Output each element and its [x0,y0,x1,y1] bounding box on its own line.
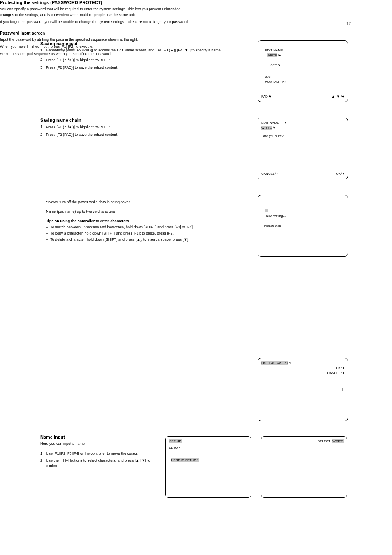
screen-nav: PAD [261,95,268,98]
colon-icon [65,125,67,129]
step-number: 1 [40,48,46,53]
step-number: 3 [40,65,46,70]
screen-setup: SET UP SETUP HERE IS SETUP 1 [165,436,251,498]
step-text-pre: Press [F1 ( [46,58,64,62]
step-text: Repeatedly press [F2 (PAD)] to access th… [46,48,246,53]
screen-menu-highlight: WRITE [261,126,272,130]
heading-saving-name-pad: Saving name pad [40,41,246,46]
step-text: Press [F1 ( )] to highlight "WRITE." [46,57,246,63]
square-icon [265,209,268,212]
screen-status: Now writing... [266,214,286,218]
screen-nav: CANCEL [261,172,274,176]
screen-value: Rock Drum Kit [265,80,286,84]
screen-value: 001: [265,75,272,79]
screen-title: EDIT NAME [261,121,279,125]
section-saving-name-pad: Saving name pad 1 Repeatedly press [F2 (… [40,41,246,70]
screen-menu: OK [336,366,341,370]
screen-menu: SET [270,63,277,67]
enter-icon [268,94,271,99]
tips-item: To delete a character, hold down [SHIFT]… [46,237,246,242]
step-text: Press [F1 ( )] to highlight "WRITE." [46,124,246,130]
heading-password-input: Password input screen [0,31,189,35]
section-name-input: Name input Here you can input a name. 1 … [40,434,155,469]
enter-icon [341,94,344,99]
enter-icon [277,63,280,68]
step-text: Use the [+] [–] buttons to select charac… [46,458,155,469]
password-dots: . . . . . . . . | [261,387,344,392]
enter-icon [283,121,286,125]
tips-intro: * Never turn off the power while data is… [46,200,246,205]
page-number: 12 [346,21,351,26]
heading-name-input: Name input [40,434,155,439]
screen-nav: ▲ ▼ [332,95,340,98]
screen-menu-highlight: WRITE [267,53,277,57]
screen-title: EDIT NAME [265,49,283,52]
enter-icon [341,172,344,176]
heading-saving-name-chain: Saving name chain [40,118,246,123]
screen-label: SELECT [318,439,330,443]
screen-value-highlight: HERE IS SETUP 1 [171,458,199,462]
step-text-post: )] to highlight "WRITE." [73,125,111,129]
paragraph: Here you can input a name. [40,441,155,447]
tips-heading: Tips on using the controller to enter ch… [46,218,246,224]
screen-menu-highlight: WRITE [332,439,344,443]
screen-status: Please wait. [264,224,282,228]
paragraph: If you forget the password, you will be … [0,19,189,25]
screen-writing: Now writing... Please wait. [258,195,348,257]
screen-edit-name-confirm: EDIT NAME WRITE Are you sure? CANCEL OK [258,118,348,179]
screen-select: SELECT WRITE [261,436,347,498]
enter-icon [341,371,344,376]
screen-title-highlight: LIST PASSWORD [261,361,288,365]
enter-icon [341,366,344,371]
screen-menu: CANCEL [327,371,341,375]
screen-title-highlight: SET UP [169,439,182,443]
enter-icon [278,53,281,58]
step-text: Press [F2 (PAD)] to save the edited cont… [46,132,246,137]
tips-item: To copy a character, hold down [SHIFT] a… [46,231,246,236]
screen-nav: OK [336,172,341,176]
step-text: Press [F2 (PAD)] to save the edited cont… [46,65,246,70]
tips-item: To switch between uppercase and lowercas… [46,225,246,230]
step-number: 1 [40,451,46,456]
colon-icon [65,58,67,62]
enter-icon [68,124,71,130]
step-text-pre: Press [F1 ( [46,125,64,129]
step-number: 2 [40,458,46,469]
paragraph: You can specify a password that will be … [0,7,189,18]
screen-label: SETUP [169,446,180,450]
screen-edit-name: EDIT NAME WRITE SET 001: Rock Drum Kit P… [258,40,348,102]
enter-icon [272,125,275,130]
step-number: 2 [40,132,46,137]
step-text: Use [F1][F2][F3][F4] or the controller t… [46,451,155,456]
enter-icon [68,57,71,63]
section-tips: * Never turn off the power while data is… [40,199,246,242]
enter-icon [288,361,291,366]
heading-password-protect: Protecting the settings (PASSWORD PROTEC… [0,0,189,5]
step-number: 1 [40,124,46,130]
step-number: 2 [40,57,46,63]
section-saving-name-chain: Saving name chain 1 Press [F1 ( )] to hi… [40,118,246,137]
enter-icon [275,172,278,176]
screen-prompt: Are you sure? [263,134,284,138]
screen-password: LIST PASSWORD OK CANCEL . . . . . . . . … [258,358,348,421]
step-text-post: )] to highlight "WRITE." [73,58,111,62]
tips-line: Name (pad name) up to twelve characters [46,209,246,214]
